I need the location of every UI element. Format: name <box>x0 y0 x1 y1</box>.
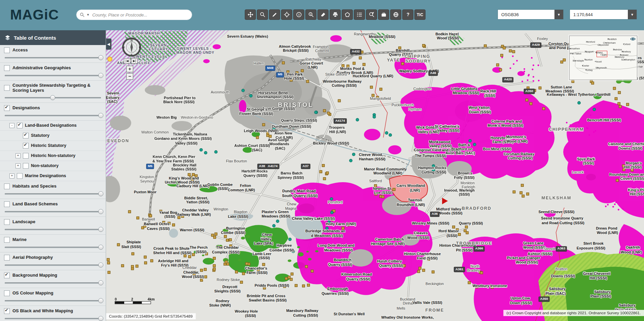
layer-group-label[interactable]: Designations <box>12 106 40 111</box>
opacity-slider[interactable] <box>5 209 101 215</box>
layer-checkbox[interactable] <box>17 123 23 128</box>
full-extent-button[interactable] <box>245 9 256 20</box>
toc-subitem-non-statutory[interactable]: +Non-statutory <box>0 161 106 171</box>
collapse-icon[interactable]: - <box>9 123 14 128</box>
scale-select[interactable]: 1:170,644 ▼ <box>570 9 637 19</box>
opacity-slider[interactable] <box>5 113 101 119</box>
layer-group-label[interactable]: Land Based Schemes <box>12 202 58 207</box>
compass-rose[interactable]: N S W E <box>122 38 141 56</box>
layer-group-label[interactable]: Background Mapping <box>12 273 57 278</box>
layer-checkbox[interactable] <box>23 133 29 138</box>
layer-checkbox[interactable] <box>4 308 10 314</box>
overview-extent-rectangle[interactable] <box>597 51 607 57</box>
toc-subitem-statutory[interactable]: Statutory <box>0 131 106 141</box>
next-extent-button[interactable]: ▶| <box>131 58 138 64</box>
layer-group-label[interactable]: Marine <box>12 237 27 242</box>
layer-checkbox[interactable] <box>23 163 29 169</box>
layer-checkbox[interactable] <box>4 201 10 207</box>
expand-icon[interactable]: + <box>15 163 21 168</box>
layer-label[interactable]: Historic Non-statutory <box>31 153 75 158</box>
opacity-slider-knob[interactable] <box>98 191 103 196</box>
layer-group-label[interactable]: OS Black and White Mapping <box>12 309 73 314</box>
layer-label[interactable]: Non-statutory <box>31 163 59 168</box>
opacity-slider[interactable] <box>5 262 101 268</box>
zoom-out-button[interactable]: − <box>126 73 133 80</box>
layer-checkbox[interactable] <box>4 219 10 225</box>
layer-checkbox[interactable] <box>4 273 10 278</box>
opacity-slider-knob[interactable] <box>98 113 103 118</box>
layer-group-label[interactable]: OS Colour Mapping <box>12 291 53 296</box>
opacity-slider[interactable] <box>5 191 101 197</box>
opacity-slider-knob[interactable] <box>98 55 103 60</box>
expand-icon[interactable]: + <box>9 173 14 178</box>
layer-group-label[interactable]: Landscape <box>12 219 35 225</box>
layer-checkbox[interactable] <box>4 237 10 243</box>
layer-group-label[interactable]: Access <box>12 48 28 53</box>
toc-toggle-button[interactable]: TiC <box>414 9 426 20</box>
opacity-slider-knob[interactable] <box>98 298 103 303</box>
search-input[interactable] <box>92 12 189 18</box>
opacity-slider[interactable] <box>5 73 101 79</box>
toc-subitem-historic-statutory[interactable]: Historic Statutory <box>0 141 106 151</box>
chevron-down-icon[interactable]: ▼ <box>628 10 637 19</box>
expand-icon[interactable]: + <box>15 153 21 158</box>
zoom-button[interactable] <box>257 9 268 20</box>
toc-subitem-marine-designations[interactable]: +Marine Designations <box>0 171 106 181</box>
layer-checkbox[interactable] <box>4 105 10 111</box>
layer-group-label[interactable]: Aerial Photography <box>12 255 53 260</box>
opacity-slider-knob[interactable] <box>98 280 103 285</box>
chevron-down-icon[interactable]: ▼ <box>554 10 563 19</box>
layer-group-label[interactable]: Habitats and Species <box>12 184 57 189</box>
opacity-slider[interactable] <box>5 55 101 61</box>
layer-checkbox[interactable] <box>23 153 29 159</box>
zoom-in-button[interactable]: + <box>126 66 133 73</box>
feature-search-button[interactable] <box>366 9 377 20</box>
projection-select[interactable]: OSGB36 ▼ <box>498 9 564 19</box>
draw-button[interactable] <box>342 9 353 20</box>
layer-checkbox[interactable] <box>4 85 10 91</box>
identify-button[interactable]: i <box>293 9 304 20</box>
opacity-slider[interactable] <box>5 316 101 321</box>
layer-label[interactable]: Marine Designations <box>25 173 66 178</box>
map-canvas[interactable]: MAGOR MARSH.SEVERNESTUARYGWENT LEVELS -M… <box>106 30 644 321</box>
help-button[interactable]: ? <box>402 9 413 20</box>
save-session-button[interactable] <box>378 9 389 20</box>
layer-label[interactable]: Land-Based Designations <box>25 123 77 128</box>
layer-label[interactable]: Historic Statutory <box>31 143 66 148</box>
opacity-slider-knob[interactable] <box>50 95 55 100</box>
opacity-slider[interactable] <box>5 227 101 233</box>
layer-checkbox[interactable] <box>23 143 29 149</box>
print-button[interactable] <box>330 9 341 20</box>
clear-selection-button[interactable] <box>317 9 329 20</box>
layer-checkbox[interactable] <box>4 290 10 296</box>
layer-checkbox[interactable] <box>4 184 10 189</box>
layer-checkbox[interactable] <box>4 47 10 53</box>
search-dropdown-caret[interactable]: ▼ <box>87 13 90 16</box>
opacity-slider-knob[interactable] <box>98 209 103 214</box>
legend-button[interactable] <box>354 9 365 20</box>
collapse-toc-button[interactable]: ◀ <box>106 39 111 50</box>
toc-subitem-historic-non-statutory[interactable]: +Historic Non-statutory <box>0 151 106 161</box>
zoom-to-location-button[interactable] <box>281 9 292 20</box>
toc-subitem-land-based-designations[interactable]: -Land-Based Designations <box>0 121 106 131</box>
layer-label[interactable]: Statutory <box>31 133 49 138</box>
opacity-slider[interactable] <box>5 280 101 286</box>
overview-map[interactable]: RedditchHerefordGloucesterCheltenhamOxfo… <box>569 36 637 80</box>
opacity-slider[interactable] <box>5 95 101 101</box>
opacity-slider-knob[interactable] <box>98 316 103 321</box>
layer-checkbox[interactable] <box>4 65 10 71</box>
opacity-slider-knob[interactable] <box>98 73 103 78</box>
search-box[interactable]: ▼ <box>76 9 192 20</box>
measure-button[interactable] <box>269 9 280 20</box>
opacity-slider-knob[interactable] <box>98 227 103 232</box>
layer-checkbox[interactable] <box>17 173 23 179</box>
query-button[interactable]: i <box>305 9 316 20</box>
world-button[interactable] <box>390 9 401 20</box>
previous-extent-button[interactable]: |◀ <box>124 58 131 64</box>
opacity-slider-knob[interactable] <box>98 245 103 250</box>
opacity-slider[interactable] <box>5 244 101 250</box>
opacity-slider-knob[interactable] <box>98 263 103 268</box>
opacity-slider[interactable] <box>5 298 101 304</box>
eye-icon[interactable] <box>630 37 636 42</box>
layer-group-label[interactable]: Countryside Stewardship Targeting & Scor… <box>12 83 102 93</box>
